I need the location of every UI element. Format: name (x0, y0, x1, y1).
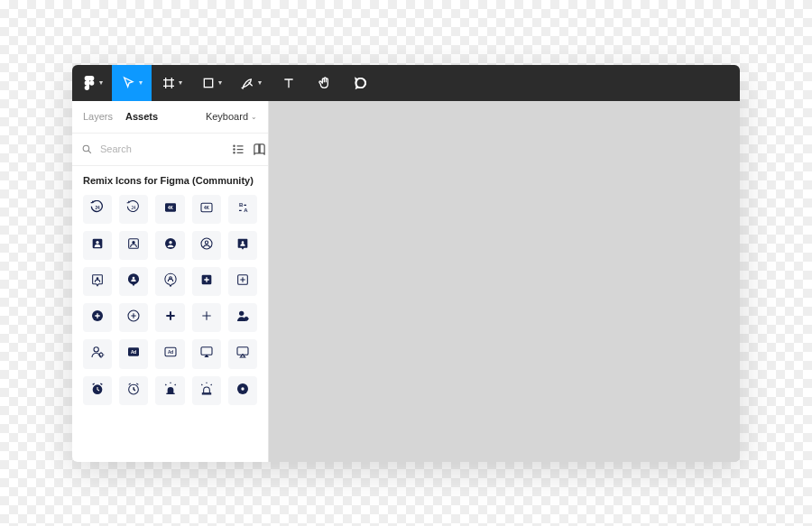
asset-24-hours-fill[interactable]: 24 (83, 195, 112, 224)
asset-airplay-fill[interactable] (192, 339, 221, 368)
hand-tool-button[interactable] (307, 65, 343, 101)
chevron-down-icon: ▾ (99, 78, 103, 87)
asset-add-line[interactable] (192, 303, 221, 332)
account-circle-line-icon (199, 236, 214, 254)
asset-a-b[interactable]: BA (228, 195, 257, 224)
chevron-down-icon: ▾ (179, 78, 182, 87)
add-circle-fill-icon (90, 309, 105, 327)
chevron-down-icon: ▾ (258, 78, 262, 87)
tab-layers[interactable]: Layers (83, 111, 113, 122)
assets-search-row (72, 134, 268, 166)
svg-text:Ad: Ad (131, 350, 136, 355)
asset-advertisement-fill[interactable]: Ad (119, 339, 148, 368)
library-button[interactable] (253, 143, 266, 156)
24-hours-line-icon: 24 (126, 200, 141, 218)
svg-point-4 (234, 148, 235, 149)
asset-account-pin-circle-line[interactable] (155, 267, 184, 296)
4k-fill-icon: 4K (163, 200, 178, 218)
svg-point-31 (245, 317, 249, 321)
figma-menu-button[interactable]: ▾ (72, 65, 112, 101)
asset-add-fill[interactable] (155, 303, 184, 332)
frame-icon (161, 76, 176, 90)
asset-add-circle-line[interactable] (119, 303, 148, 332)
24-hours-fill-icon: 24 (90, 200, 105, 218)
asset-4k-line[interactable]: 4K (192, 195, 221, 224)
svg-point-5 (234, 152, 235, 152)
asset-album-fill[interactable] (228, 376, 257, 405)
asset-account-pin-box-line[interactable] (83, 267, 112, 296)
admin-fill-icon (235, 309, 250, 327)
assets-grid: 24244K4KBAAdAd (72, 191, 268, 416)
pen-tool-button[interactable]: ▾ (231, 65, 271, 101)
pen-icon (241, 76, 255, 90)
asset-account-box-fill[interactable] (83, 231, 112, 260)
assets-search-input[interactable] (100, 143, 225, 154)
airplay-line-icon (235, 345, 250, 363)
asset-alarm-fill[interactable] (83, 376, 112, 405)
frame-tool-button[interactable]: ▾ (152, 65, 191, 101)
asset-airplay-line[interactable] (228, 339, 257, 368)
svg-text:24: 24 (132, 206, 137, 210)
shape-tool-button[interactable]: ▾ (191, 65, 231, 101)
account-pin-circle-fill-icon (126, 272, 141, 291)
asset-advertisement-line[interactable]: Ad (155, 339, 184, 368)
svg-point-21 (205, 241, 208, 244)
list-view-button[interactable] (232, 143, 245, 156)
svg-point-22 (242, 241, 245, 244)
asset-account-pin-box-fill[interactable] (228, 231, 257, 260)
svg-text:Ad: Ad (167, 350, 172, 355)
asset-account-box-line[interactable] (119, 231, 148, 260)
asset-admin-fill[interactable] (228, 303, 257, 332)
text-tool-button[interactable] (271, 65, 307, 101)
4k-line-icon: 4K (199, 200, 214, 218)
svg-point-30 (239, 311, 244, 316)
tab-assets[interactable]: Assets (125, 111, 158, 122)
account-pin-circle-line-icon (163, 272, 178, 291)
app-body: Layers Assets Keyboard ⌄ (72, 101, 740, 462)
svg-text:A: A (244, 208, 248, 213)
add-fill-icon (163, 309, 178, 327)
svg-point-32 (94, 347, 98, 352)
account-pin-box-line-icon (90, 272, 105, 291)
move-tool-button[interactable]: ▾ (112, 65, 152, 101)
search-icon (81, 143, 93, 155)
hand-icon (318, 76, 332, 90)
alarm-warning-fill-icon (163, 382, 178, 400)
asset-add-circle-fill[interactable] (83, 303, 112, 332)
asset-add-box-line[interactable] (228, 267, 257, 296)
asset-account-pin-circle-fill[interactable] (119, 267, 148, 296)
svg-rect-42 (166, 392, 174, 393)
svg-text:4K: 4K (204, 206, 210, 210)
cursor-icon (122, 76, 136, 90)
canvas-area[interactable] (269, 101, 740, 462)
comment-icon (354, 76, 368, 90)
page-selector[interactable]: Keyboard ⌄ (206, 111, 257, 122)
svg-point-17 (133, 241, 135, 244)
asset-24-hours-line[interactable]: 24 (119, 195, 148, 224)
svg-rect-38 (201, 347, 212, 355)
svg-text:4K: 4K (168, 206, 174, 210)
account-pin-box-fill-icon (235, 236, 250, 254)
asset-alarm-warning-fill[interactable] (155, 376, 184, 405)
asset-account-circle-fill[interactable] (155, 231, 184, 260)
add-line-icon (199, 309, 214, 327)
advertisement-fill-icon: Ad (126, 345, 141, 363)
sidebar-tabs: Layers Assets Keyboard ⌄ (72, 101, 268, 134)
asset-account-circle-line[interactable] (192, 231, 221, 260)
alarm-warning-line-icon (199, 382, 214, 400)
asset-alarm-line[interactable] (119, 376, 148, 405)
asset-admin-line[interactable] (83, 339, 112, 368)
album-fill-icon (235, 382, 250, 400)
asset-add-box-fill[interactable] (192, 267, 221, 296)
chevron-down-icon: ⌄ (251, 113, 257, 121)
asset-4k-fill[interactable]: 4K (155, 195, 184, 224)
chevron-down-icon: ▾ (139, 78, 143, 87)
asset-alarm-warning-line[interactable] (192, 376, 221, 405)
comment-tool-button[interactable] (343, 65, 379, 101)
account-box-line-icon (126, 236, 141, 254)
book-icon (253, 143, 266, 156)
alarm-fill-icon (90, 382, 105, 400)
airplay-fill-icon (199, 345, 214, 363)
svg-point-19 (169, 241, 171, 244)
admin-line-icon (90, 345, 105, 363)
